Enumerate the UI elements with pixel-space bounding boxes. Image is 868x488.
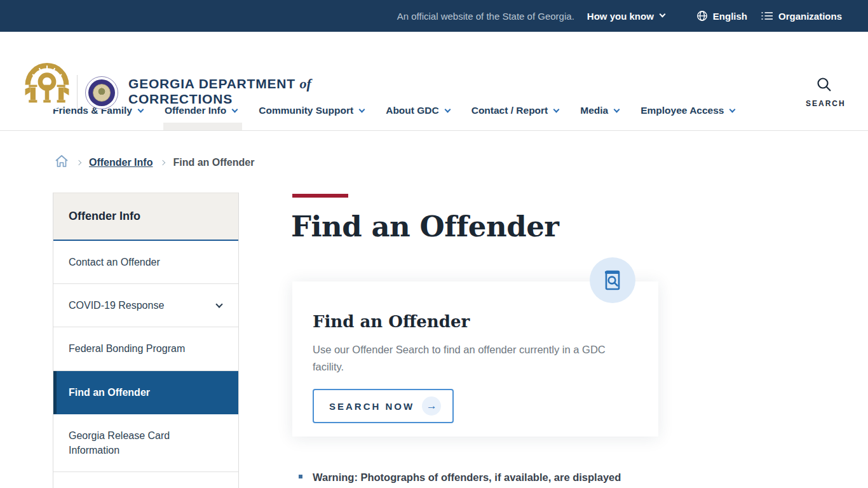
agency-title-line1: GEORGIA DEPARTMENT [128, 76, 295, 91]
chevron-down-icon [659, 11, 665, 18]
agency-title-line2: CORRECTIONS [128, 92, 233, 106]
breadcrumb-separator [76, 159, 81, 165]
document-search-icon [601, 268, 624, 292]
offender-search-badge [590, 257, 635, 303]
page: An official website of the State of Geor… [0, 0, 868, 488]
chevron-down-icon [215, 301, 222, 308]
agency-title-of: of [300, 76, 311, 92]
sidebar-item-federal-bonding-program[interactable]: Federal Bonding Program [53, 327, 238, 370]
chevron-down-icon [137, 106, 144, 112]
sidebar-offender-info: Offender Info Contact an Offender COVID-… [53, 193, 239, 488]
sidebar-item-find-an-offender[interactable]: Find an Offender [53, 371, 238, 414]
language-switcher[interactable]: English [696, 10, 747, 22]
globe-icon [696, 10, 708, 22]
how-you-know-label: How you know [587, 11, 654, 22]
official-message: An official website of the State of Geor… [397, 11, 574, 22]
breadcrumb-separator [160, 159, 165, 165]
heading-accent-bar [292, 194, 348, 198]
arrow-right-icon: → [422, 396, 441, 416]
sidebar-item-incarcerated-veterans[interactable]: Incarcerated Veterans [53, 472, 238, 488]
language-label: English [713, 11, 747, 22]
search-now-button[interactable]: SEARCH NOW → [313, 389, 454, 423]
nav-item-contact-report[interactable]: Contact / Report [471, 91, 559, 130]
georgia-arch-logo[interactable] [18, 51, 76, 110]
sidebar-item-georgia-release-card-information[interactable]: Georgia Release Card Information [53, 414, 238, 472]
chevron-down-icon [359, 106, 365, 112]
find-offender-card: Find an Offender Use our Offender Search… [292, 281, 658, 437]
warning-list-item: Warning: Photographs of offenders, if av… [299, 470, 667, 485]
nav-item-media[interactable]: Media [580, 91, 619, 130]
how-you-know-toggle[interactable]: How you know [587, 11, 665, 22]
breadcrumb: Offender Info Find an Offender [55, 154, 254, 170]
organizations-label: Organizations [778, 11, 842, 22]
nav-item-about-gdc[interactable]: About GDC [386, 91, 450, 130]
sidebar-item-covid-19-response[interactable]: COVID-19 Response [53, 284, 238, 327]
bullet-icon [299, 475, 302, 478]
breadcrumb-link-offender-info[interactable]: Offender Info [89, 157, 153, 168]
gdc-seal [85, 76, 118, 109]
sidebar-item-contact-an-offender[interactable]: Contact an Offender [53, 241, 238, 284]
page-title: Find an Offender [291, 210, 559, 243]
search-label: SEARCH [806, 99, 843, 108]
chevron-down-icon [444, 106, 451, 112]
sidebar-title: Offender Info [53, 193, 238, 241]
card-description: Use our Offender Search to find an offen… [313, 341, 619, 375]
search-icon [816, 76, 832, 93]
nav-item-employee-access[interactable]: Employee Access [641, 91, 735, 130]
warning-text: Warning: Photographs of offenders, if av… [313, 470, 621, 485]
list-icon [761, 11, 773, 21]
home-icon[interactable] [55, 154, 69, 170]
breadcrumb-current: Find an Offender [173, 157, 254, 168]
card-title: Find an Offender [313, 312, 638, 331]
chevron-down-icon [553, 106, 560, 112]
logo-divider [77, 75, 78, 111]
agency-title[interactable]: GEORGIA DEPARTMENT of CORRECTIONS [128, 76, 311, 107]
site-header: GEORGIA DEPARTMENT of CORRECTIONS SEARCH [0, 32, 868, 91]
seal-center [93, 84, 111, 102]
header-search-button[interactable]: SEARCH [806, 76, 843, 108]
official-state-bar: An official website of the State of Geor… [0, 0, 868, 32]
chevron-down-icon [232, 106, 238, 112]
organizations-link[interactable]: Organizations [761, 11, 842, 22]
chevron-down-icon [614, 106, 620, 112]
chevron-down-icon [729, 106, 736, 112]
arch-icon [21, 55, 73, 107]
